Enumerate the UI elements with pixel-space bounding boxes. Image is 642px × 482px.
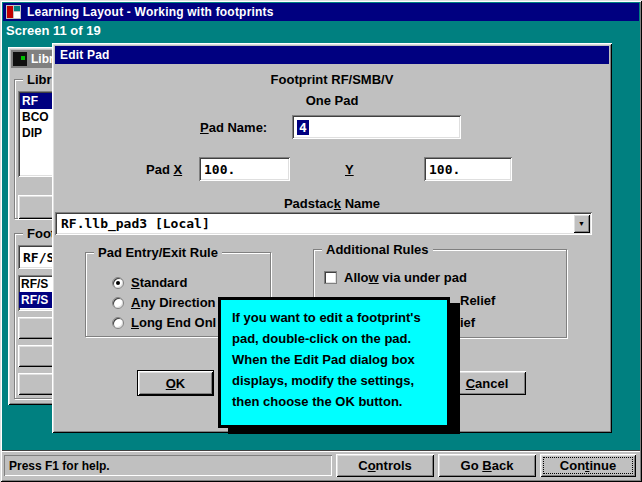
occluded-label-fragment: Relief <box>460 293 495 308</box>
radio-standard[interactable]: Standard <box>112 275 187 290</box>
radio-standard-label: Standard <box>131 275 187 290</box>
padstack-name-label: Padstack Name <box>52 196 612 211</box>
occluded-label-fragment: ief <box>460 315 475 330</box>
pad-y-label: Y <box>345 162 354 177</box>
cancel-button-label: Cancel <box>466 376 509 391</box>
pad-entry-exit-group-label: Pad Entry/Exit Rule <box>94 245 222 260</box>
dialog-title: Edit Pad <box>60 48 110 62</box>
checkbox-allow-via-under-pad[interactable]: Allow via under pad <box>324 270 467 285</box>
pad-name-input[interactable]: 4 <box>292 115 461 139</box>
go-back-button-label: Go Back <box>461 458 514 473</box>
app-icon[interactable] <box>6 5 21 19</box>
radio-any-direction[interactable]: Any Direction <box>112 295 216 310</box>
additional-rules-group-label: Additional Rules <box>322 242 433 257</box>
tooltip-line: When the Edit Pad dialog box <box>232 349 441 370</box>
library-group-label: Libr <box>23 72 56 87</box>
checkbox-icon <box>324 271 337 284</box>
tooltip-line: If you want to edit a footprint's <box>232 307 441 328</box>
screen-counter: Screen 11 of 19 <box>6 23 101 38</box>
dialog-heading-footprint: Footprint RF/SMB/V <box>52 72 612 87</box>
go-back-button[interactable]: Go Back <box>438 454 536 477</box>
radio-selected-icon <box>112 277 124 289</box>
padstack-combobox[interactable]: RF.llb_pad3 [Local] ▼ <box>55 212 592 235</box>
radio-any-direction-label: Any Direction <box>131 295 216 310</box>
chevron-down-icon: ▼ <box>578 220 585 227</box>
controls-button-label: Controls <box>358 458 411 473</box>
pad-y-input[interactable]: 100. <box>424 157 512 181</box>
combo-dropdown-button[interactable]: ▼ <box>573 214 590 233</box>
library-window-title: Libr <box>31 52 54 66</box>
radio-icon <box>112 297 124 309</box>
tooltip-line: then choose the OK button. <box>232 391 441 412</box>
continue-button[interactable]: Continue <box>540 454 636 477</box>
status-text: Press F1 for help. <box>9 459 110 473</box>
ok-button[interactable]: OK <box>137 370 214 396</box>
controls-button[interactable]: Controls <box>336 454 434 477</box>
status-bar: Press F1 for help. Controls Go Back Cont… <box>2 450 640 480</box>
allow-via-label: Allow via under pad <box>344 270 467 285</box>
window-title: Learning Layout - Working with footprint… <box>27 5 274 19</box>
pad-x-label: Pad X <box>146 162 182 177</box>
ok-button-label: OK <box>166 376 186 391</box>
app-window: Learning Layout - Working with footprint… <box>0 0 642 482</box>
dialog-titlebar: Edit Pad × <box>55 46 609 64</box>
library-icon <box>13 52 27 66</box>
selected-text: 4 <box>297 120 309 135</box>
radio-icon <box>112 317 124 329</box>
radio-long-end-only-label: Long End Onl <box>131 315 216 330</box>
pad-x-input[interactable]: 100. <box>199 157 290 181</box>
title-bar: Learning Layout - Working with footprint… <box>3 3 639 21</box>
tooltip-line: pad, double-click on the pad. <box>232 328 441 349</box>
status-message-panel: Press F1 for help. <box>4 455 332 476</box>
radio-long-end-only[interactable]: Long End Onl <box>112 315 216 330</box>
dialog-heading-one-pad: One Pad <box>52 93 612 108</box>
tutorial-tooltip: If you want to edit a footprint's pad, d… <box>218 297 450 428</box>
continue-button-label: Continue <box>560 458 616 473</box>
pad-name-label: Pad Name: <box>200 120 267 135</box>
cancel-button[interactable]: Cancel <box>448 371 526 395</box>
tooltip-line: displays, modify the settings, <box>232 370 441 391</box>
padstack-value: RF.llb_pad3 [Local] <box>61 216 210 231</box>
